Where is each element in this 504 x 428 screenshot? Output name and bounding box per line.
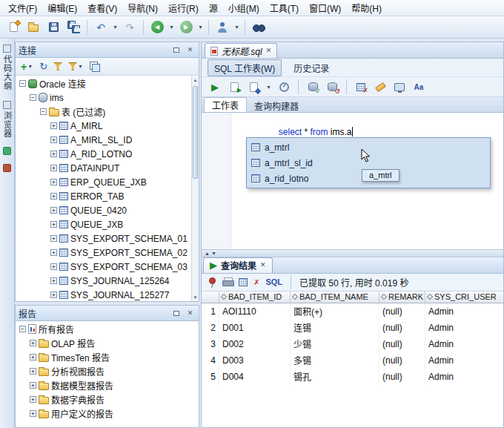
sort-filter-button[interactable]: ▾: [68, 60, 84, 73]
tree-item[interactable]: + DATAINPUT: [16, 161, 191, 175]
save-button[interactable]: [44, 19, 62, 36]
expander-icon[interactable]: +: [50, 165, 57, 171]
menu-item[interactable]: 查看(V): [82, 0, 122, 16]
bad-item-id-cell[interactable]: D003: [219, 352, 291, 369]
tree-item[interactable]: − Oracle 连接: [16, 76, 191, 90]
rollback-button[interactable]: ↺: [325, 79, 339, 94]
bad-item-id-cell[interactable]: D002: [219, 336, 291, 352]
tree-item[interactable]: + TimesTen 报告: [16, 350, 199, 364]
expander-icon[interactable]: +: [50, 179, 57, 185]
save-all-button[interactable]: [64, 19, 82, 36]
sort-icon[interactable]: [221, 294, 227, 300]
expander-icon[interactable]: +: [30, 382, 36, 389]
case-toggle-button[interactable]: Aa: [411, 79, 426, 94]
bad-item-id-cell[interactable]: AOI1110: [219, 303, 291, 320]
splitter-up-icon[interactable]: ▲: [205, 251, 210, 256]
forward-button[interactable]: ▶: [177, 19, 195, 36]
redo-button[interactable]: ↷: [121, 19, 139, 36]
tree-item[interactable]: + 数据字典报告: [16, 392, 199, 406]
column-header[interactable]: SYS_CRI_USER: [425, 292, 503, 303]
connection-dropdown-icon[interactable]: ▾: [233, 24, 240, 30]
sql-button[interactable]: SQL: [265, 277, 282, 286]
autotrace-button[interactable]: [276, 79, 291, 94]
copy-connection-button[interactable]: [90, 60, 100, 73]
menu-item[interactable]: 运行(R): [163, 0, 204, 16]
filter-button[interactable]: [53, 60, 62, 73]
explain-plan-button[interactable]: [246, 79, 261, 94]
column-header[interactable]: BAD_ITEM_NAME: [291, 292, 379, 303]
float-panel-button[interactable]: [170, 308, 182, 319]
expander-icon[interactable]: −: [40, 108, 47, 115]
sql-editor[interactable]: select * from ims.a a_mtrl a_mtrl_sl_id: [202, 113, 503, 249]
scroll-down-icon[interactable]: ▼: [192, 294, 199, 301]
sort-icon[interactable]: [427, 294, 433, 300]
pin-button[interactable]: [208, 275, 216, 289]
expander-icon[interactable]: +: [50, 249, 57, 256]
bad-item-name-cell[interactable]: 面积(+): [291, 303, 379, 320]
dock-tab[interactable]: 浏览器: [1, 101, 13, 138]
tree-item[interactable]: + QUEUE_0420: [16, 203, 191, 217]
tree-scrollbar[interactable]: ▲ ▼: [191, 76, 199, 301]
menu-item[interactable]: 小组(M): [223, 0, 265, 16]
expander-icon[interactable]: −: [19, 80, 26, 87]
close-panel-button[interactable]: ✕: [185, 308, 196, 319]
expander-icon[interactable]: +: [50, 136, 57, 143]
connection-select-button[interactable]: [213, 19, 231, 36]
expander-icon[interactable]: +: [50, 122, 57, 129]
tree-item[interactable]: + A_MIRL: [16, 119, 191, 133]
cancel-fetch-button[interactable]: ✗: [253, 275, 259, 289]
table-row[interactable]: 5 D004 锡孔 (null) Admin: [202, 369, 503, 385]
undo-dropdown-icon[interactable]: ▾: [112, 24, 119, 30]
tree-item[interactable]: − ims: [16, 90, 191, 105]
tree-item[interactable]: + SYS_EXPORT_SCHEMA_02: [16, 246, 191, 260]
menu-item[interactable]: 帮助(H): [346, 0, 387, 16]
search-button[interactable]: [250, 19, 268, 36]
scrollbar-thumb[interactable]: [193, 86, 198, 179]
grid-edit-button[interactable]: [239, 275, 248, 289]
sql-worksheet-toggle[interactable]: SQL 工作表(W): [208, 59, 282, 76]
bad-item-name-cell[interactable]: 锡孔: [291, 369, 379, 385]
expander-icon[interactable]: +: [30, 410, 36, 417]
back-button[interactable]: ◀: [148, 19, 166, 36]
table-row[interactable]: 4 D003 多锡 (null) Admin: [202, 352, 503, 369]
scroll-up-icon[interactable]: ▲: [192, 76, 199, 84]
expander-icon[interactable]: +: [30, 354, 36, 360]
expander-icon[interactable]: +: [50, 151, 57, 157]
sys-cri-user-cell[interactable]: Admin: [425, 369, 503, 385]
run-script-button[interactable]: ▶: [227, 79, 242, 94]
tree-item[interactable]: + 数据模型器报告: [16, 378, 199, 392]
menu-item[interactable]: 编辑(E): [42, 0, 82, 16]
tree-item[interactable]: + A_RID_LOTNO: [16, 147, 191, 161]
menu-item[interactable]: 文件(F): [3, 0, 42, 16]
tree-item[interactable]: + 分析视图报告: [16, 364, 199, 378]
remark-cell[interactable]: (null): [379, 336, 425, 352]
back-dropdown-icon[interactable]: ▾: [168, 24, 175, 30]
menu-item[interactable]: 导航(N): [122, 0, 163, 16]
refresh-button[interactable]: ↻: [39, 60, 47, 73]
tree-item[interactable]: + 用户定义的报告: [16, 406, 199, 421]
monitor-button[interactable]: [392, 79, 407, 94]
table-row[interactable]: 1 AOI1110 面积(+) (null) Admin: [202, 303, 503, 320]
new-file-button[interactable]: [4, 19, 22, 36]
run-statement-button[interactable]: ▶: [208, 79, 222, 94]
tree-item[interactable]: + SYS_JOURNAL_125277: [16, 288, 191, 301]
plan-dropdown-icon[interactable]: ▾: [265, 84, 272, 90]
docked-panel-icon[interactable]: [3, 164, 11, 172]
dock-tab[interactable]: 代码大纲: [1, 45, 13, 90]
bad-item-name-cell[interactable]: 少锡: [291, 336, 379, 352]
menu-item[interactable]: 工具(T): [265, 0, 304, 16]
float-panel-button[interactable]: [170, 45, 182, 56]
expander-icon[interactable]: +: [50, 292, 57, 298]
remark-cell[interactable]: (null): [379, 320, 425, 336]
splitter-down-icon[interactable]: ▼: [211, 251, 216, 256]
add-connection-button[interactable]: +▾: [21, 60, 33, 73]
open-button[interactable]: [24, 19, 42, 36]
expander-icon[interactable]: +: [30, 396, 36, 403]
expander-icon[interactable]: +: [50, 263, 57, 270]
column-header[interactable]: REMARK: [379, 292, 425, 303]
expander-icon[interactable]: +: [50, 221, 57, 228]
forward-dropdown-icon[interactable]: ▾: [197, 24, 204, 30]
query-result-tab[interactable]: ▶ 查询结果 ✕: [203, 257, 273, 273]
tab-worksheet[interactable]: 工作表: [204, 97, 247, 112]
tree-item[interactable]: + OLAP 报告: [16, 336, 199, 350]
